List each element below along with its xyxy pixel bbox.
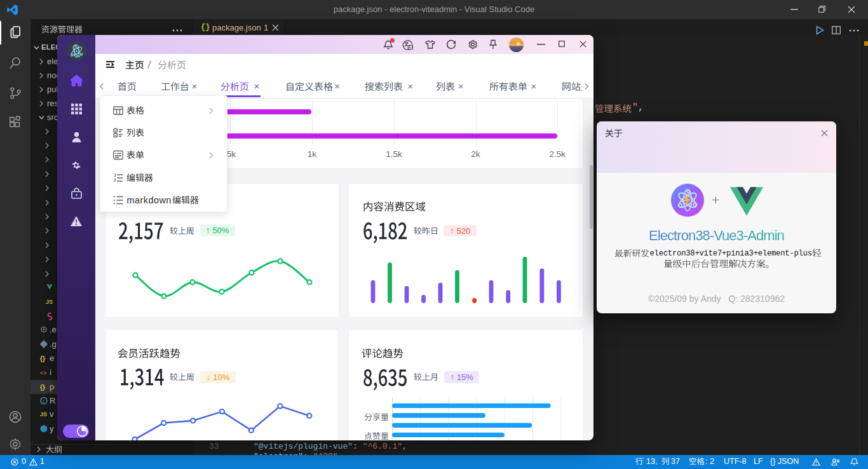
svg-text:i: i xyxy=(43,398,44,404)
svg-text:{}: {} xyxy=(40,383,45,390)
svg-text:<>: <> xyxy=(40,370,47,376)
svg-text:{}: {} xyxy=(40,355,45,362)
svg-text:JS: JS xyxy=(46,299,53,305)
svg-text:JS: JS xyxy=(40,411,47,418)
